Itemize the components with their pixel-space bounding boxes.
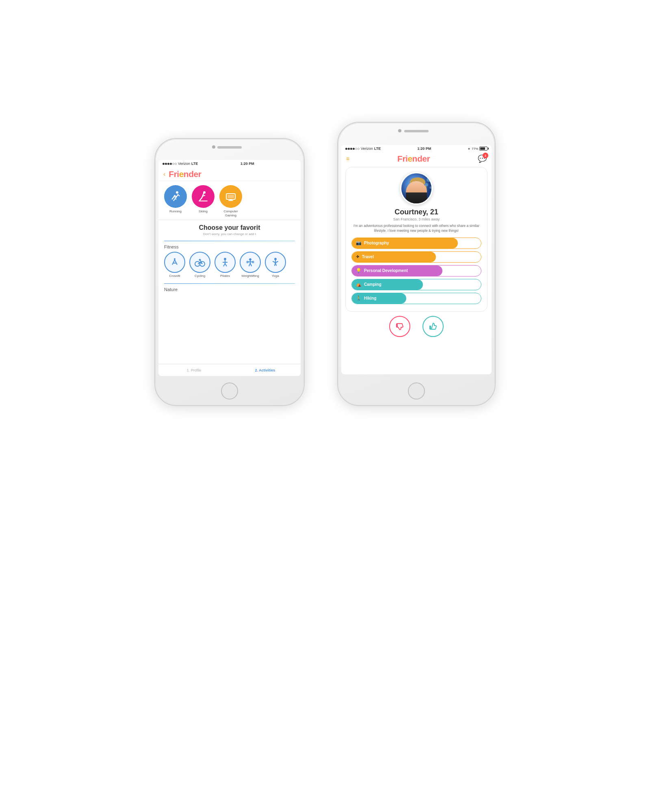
svg-rect-15	[252, 261, 254, 263]
activity-weightlifting[interactable]: Weightlifting	[240, 252, 261, 278]
profile-bio: I'm an adventurous professional looking …	[351, 224, 481, 233]
camping-text: Camping	[364, 282, 381, 287]
hiking-fill: 🚶 Hiking	[352, 293, 406, 304]
like-button[interactable]	[422, 316, 444, 337]
nature-label: Nature	[158, 286, 301, 294]
home-button-back[interactable]	[221, 382, 238, 400]
svg-point-22	[414, 188, 416, 190]
categories-row: Running Skiing	[158, 181, 301, 220]
category-running[interactable]: Running	[164, 185, 187, 217]
yoga-label: Yoga	[272, 274, 279, 278]
back-arrow[interactable]: ‹	[163, 171, 165, 178]
bottom-tabs: 1. Profile 2. Activities	[158, 364, 301, 376]
svg-rect-14	[247, 261, 248, 263]
cycling-icon	[189, 252, 210, 273]
speaker-front	[404, 130, 429, 132]
svg-point-0	[176, 191, 178, 194]
svg-rect-29	[396, 324, 398, 327]
scene: Verizon LTE 1:20 PM ‹ Friender	[142, 81, 508, 731]
svg-point-9	[195, 261, 200, 266]
pilates-label: Pilates	[220, 274, 230, 278]
activity-pilates[interactable]: Pilates	[214, 252, 236, 278]
activity-yoga[interactable]: Yoga	[265, 252, 286, 278]
camping-icon: ⛺	[356, 282, 362, 287]
hiking-text: Hiking	[364, 296, 377, 300]
svg-point-13	[249, 259, 251, 261]
interest-photography[interactable]: 📷 Photography	[351, 238, 481, 249]
nav-bar-front: ≡ Friender 💬 2	[341, 152, 492, 165]
svg-point-11	[199, 259, 201, 261]
profile-location: San Francisco, 3 miles away	[351, 217, 481, 221]
logo-back: Friender	[169, 169, 201, 179]
yoga-icon	[265, 252, 286, 273]
interest-travel[interactable]: ✈ Travel	[351, 251, 481, 263]
carrier-front: Verizon	[361, 147, 373, 151]
weightlifting-label: Weightlifting	[241, 274, 259, 278]
interest-hiking[interactable]: 🚶 Hiking	[351, 293, 481, 304]
dot3	[167, 163, 169, 165]
interest-personal-dev[interactable]: 💡 Personal Development	[351, 265, 481, 276]
gaming-label: ComputerGaming	[223, 209, 238, 217]
time-back: 1:20 PM	[240, 162, 254, 166]
svg-rect-30	[429, 326, 431, 329]
svg-point-25	[420, 188, 421, 190]
svg-point-12	[224, 258, 226, 260]
nav-bar-back: ‹ Friender	[158, 167, 301, 181]
svg-point-18	[409, 197, 427, 205]
status-right-front: ∗ 77%	[468, 147, 488, 151]
svg-point-21	[410, 177, 425, 187]
travel-fill: ✈ Travel	[352, 252, 436, 262]
tab-profile[interactable]: 1. Profile	[158, 364, 230, 376]
photography-icon: 📷	[356, 240, 362, 246]
choose-title: Choose your favorit	[164, 224, 295, 231]
skiing-icon-circle	[192, 185, 214, 208]
dot2	[165, 163, 167, 165]
status-bar-back: Verizon LTE 1:20 PM	[158, 160, 301, 167]
svg-point-24	[414, 188, 416, 190]
travel-text: Travel	[362, 255, 374, 259]
home-button-front[interactable]	[408, 382, 425, 400]
message-icon-wrap[interactable]: 💬 2	[478, 154, 487, 163]
category-skiing[interactable]: Skiing	[192, 185, 214, 217]
camping-fill: ⛺ Camping	[352, 279, 423, 290]
cycling-label: Cycling	[195, 274, 205, 278]
svg-point-23	[419, 188, 422, 190]
phone-back: Verizon LTE 1:20 PM ‹ Friender	[154, 138, 305, 406]
activity-cycling[interactable]: Cycling	[189, 252, 210, 278]
battery-percent: 77%	[472, 147, 478, 151]
time-front: 1:20 PM	[417, 147, 431, 151]
svg-rect-4	[228, 195, 234, 198]
speaker-back	[217, 146, 242, 149]
phone-front: Verizon LTE 1:20 PM ∗ 77% ≡ Friender	[337, 122, 496, 406]
dislike-button[interactable]	[389, 316, 410, 337]
bluetooth-icon: ∗	[468, 147, 470, 151]
tab-activities[interactable]: 2. Activities	[230, 364, 301, 376]
fdot5	[355, 148, 357, 150]
hamburger-menu[interactable]: ≡	[346, 155, 349, 162]
pilates-icon	[214, 252, 236, 273]
message-badge: 2	[483, 153, 488, 158]
category-gaming[interactable]: ComputerGaming	[219, 185, 242, 217]
photography-text: Photography	[364, 241, 389, 245]
camera-front	[398, 129, 401, 132]
svg-rect-6	[228, 200, 233, 201]
fdot2	[348, 148, 350, 150]
battery-fill	[480, 147, 485, 150]
avatar-wrap	[351, 172, 481, 205]
svg-point-16	[275, 258, 277, 260]
signal-dots-front	[345, 148, 360, 150]
svg-point-20	[410, 181, 425, 197]
interest-camping[interactable]: ⛺ Camping	[351, 279, 481, 290]
activity-crossfit[interactable]: Crossfit	[164, 252, 185, 278]
fitness-label: Fitness	[158, 244, 301, 252]
dot4	[170, 163, 172, 165]
signal-dots-back	[162, 163, 177, 165]
svg-point-28	[429, 186, 432, 189]
battery-icon	[479, 147, 488, 151]
gaming-icon-circle	[219, 185, 242, 208]
network-back: LTE	[191, 162, 198, 166]
screen-front: Verizon LTE 1:20 PM ∗ 77% ≡ Friender	[341, 145, 492, 374]
crossfit-label: Crossfit	[169, 274, 180, 278]
network-front: LTE	[374, 147, 381, 151]
dot6	[175, 163, 177, 165]
